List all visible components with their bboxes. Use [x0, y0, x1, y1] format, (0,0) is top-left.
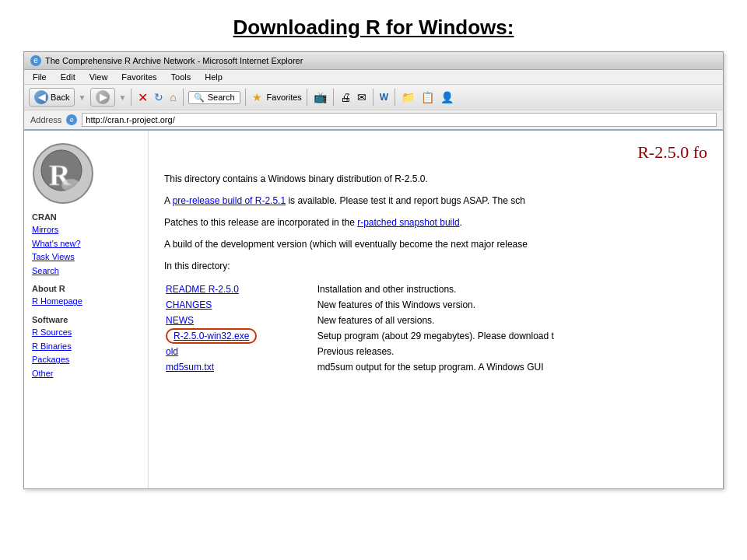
browser-menubar: File Edit View Favorites Tools Help — [24, 70, 723, 85]
mail-icon[interactable]: ✉ — [356, 89, 368, 105]
file-desc-1: New features of this Windows version. — [317, 298, 706, 312]
refresh-icon[interactable]: ↻ — [153, 89, 165, 105]
history-icon[interactable]: 📋 — [419, 89, 436, 105]
para-3-prefix: Patches to this release are incorporated… — [164, 217, 357, 228]
separator-2 — [183, 89, 184, 106]
search-label: Search — [208, 93, 235, 102]
media-icon[interactable]: 📺 — [312, 89, 328, 105]
folder-icon[interactable]: 📁 — [400, 89, 416, 105]
menu-tools[interactable]: Tools — [169, 72, 194, 82]
separator-4 — [307, 89, 307, 106]
menu-edit[interactable]: Edit — [58, 72, 78, 82]
browser-window: e The Comprehensive R Archive Network - … — [23, 51, 724, 489]
directory-table: README R-2.5.0Installation and other ins… — [164, 281, 707, 376]
para-2: A pre-release build of R-2.5.1 is availa… — [164, 194, 707, 208]
mirrors-link[interactable]: Mirrors — [32, 223, 140, 237]
r-sources-link[interactable]: R Sources — [32, 326, 140, 340]
table-row: CHANGESNew features of this Windows vers… — [166, 298, 706, 312]
file-link-3[interactable]: R-2.5.0-win32.exe — [166, 328, 257, 344]
para-2-prefix: A — [164, 195, 173, 206]
browser-content: R CRAN Mirrors What's new? Task Views Se… — [24, 131, 723, 488]
main-content: R-2.5.0 fo This directory contains a Win… — [149, 131, 723, 488]
fwd-separator: ▼ — [118, 93, 126, 102]
packages-link[interactable]: Packages — [32, 353, 140, 367]
favorites-star-icon: ★ — [251, 89, 264, 105]
browser-title: The Comprehensive R Archive Network - Mi… — [45, 56, 303, 65]
search-icon: 🔍 — [194, 93, 205, 103]
file-link-1[interactable]: CHANGES — [166, 299, 227, 310]
para-4: A build of the development version (whic… — [164, 237, 707, 251]
whats-new-link[interactable]: What's new? — [32, 237, 140, 251]
address-input[interactable] — [82, 113, 717, 127]
separator-3 — [245, 89, 246, 106]
sidebar: R CRAN Mirrors What's new? Task Views Se… — [24, 131, 149, 488]
file-link-0[interactable]: README R-2.5.0 — [166, 284, 254, 295]
cran-label: CRAN — [32, 212, 140, 222]
page-heading: R-2.5.0 fo — [164, 142, 707, 163]
browser-toolbar: ◀ Back ▼ ▶ ▼ ✕ ↻ ⌂ 🔍 Search ★ Favorites … — [24, 85, 723, 110]
back-icon: ◀ — [34, 90, 48, 104]
table-row: oldPrevious releases. — [166, 345, 706, 359]
search-button[interactable]: 🔍 Search — [188, 91, 240, 104]
other-link[interactable]: Other — [32, 367, 140, 381]
r-homepage-link[interactable]: R Homepage — [32, 295, 140, 309]
search-link[interactable]: Search — [32, 264, 140, 278]
file-desc-4: Previous releases. — [317, 345, 706, 359]
file-desc-5: md5sum output for the setup program. A W… — [317, 360, 706, 374]
nav-separator: ▼ — [78, 93, 86, 102]
file-desc-3: Setup program (about 29 megabytes). Plea… — [317, 329, 706, 343]
file-link-2[interactable]: NEWS — [166, 315, 209, 326]
table-row: R-2.5.0-win32.exeSetup program (about 29… — [166, 329, 706, 343]
word-icon[interactable]: W — [378, 90, 390, 104]
task-views-link[interactable]: Task Views — [32, 250, 140, 264]
file-desc-2: New features of all versions. — [317, 313, 706, 327]
svg-point-3 — [61, 179, 80, 191]
favorites-label[interactable]: Favorites — [267, 93, 302, 102]
menu-favorites[interactable]: Favorites — [119, 72, 159, 82]
forward-button[interactable]: ▶ — [90, 88, 115, 107]
forward-icon: ▶ — [96, 90, 110, 104]
separator-7 — [395, 89, 395, 106]
file-desc-0: Installation and other instructions. — [317, 282, 706, 296]
file-link-5[interactable]: md5sum.txt — [166, 362, 230, 373]
r-patched-link[interactable]: r-patched snapshot build — [357, 217, 459, 228]
para-2-suffix: is available. Please test it and report … — [286, 195, 525, 206]
table-row: NEWSNew features of all versions. — [166, 313, 706, 327]
address-icon: e — [66, 114, 77, 125]
home-icon[interactable]: ⌂ — [168, 89, 177, 105]
para-3-suffix: . — [460, 217, 462, 228]
table-row: README R-2.5.0Installation and other ins… — [166, 282, 706, 296]
menu-help[interactable]: Help — [202, 72, 225, 82]
ie-icon: e — [30, 55, 41, 66]
file-link-4[interactable]: old — [166, 346, 194, 357]
user-icon[interactable]: 👤 — [439, 89, 455, 105]
separator-1 — [131, 89, 132, 106]
address-label: Address — [30, 115, 61, 124]
pre-release-link[interactable]: pre-release build of R-2.5.1 — [173, 195, 286, 206]
print-icon[interactable]: 🖨 — [338, 89, 352, 105]
para-3: Patches to this release are incorporated… — [164, 215, 707, 229]
address-bar: Address e — [24, 110, 723, 131]
about-r-label: About R — [32, 284, 140, 293]
r-binaries-link[interactable]: R Binaries — [32, 340, 140, 354]
menu-view[interactable]: View — [87, 72, 110, 82]
stop-icon[interactable]: ✕ — [136, 89, 149, 107]
separator-6 — [373, 89, 374, 106]
browser-titlebar: e The Comprehensive R Archive Network - … — [24, 52, 723, 70]
page-title: Downloading R for Windows: — [0, 0, 747, 51]
r-logo: R — [32, 142, 94, 205]
table-row: md5sum.txtmd5sum output for the setup pr… — [166, 360, 706, 374]
para-1: This directory contains a Windows binary… — [164, 172, 707, 186]
back-button[interactable]: ◀ Back — [29, 88, 75, 107]
in-this-dir: In this directory: — [164, 259, 707, 273]
menu-file[interactable]: File — [30, 72, 49, 82]
separator-5 — [333, 89, 334, 106]
software-label: Software — [32, 315, 140, 324]
